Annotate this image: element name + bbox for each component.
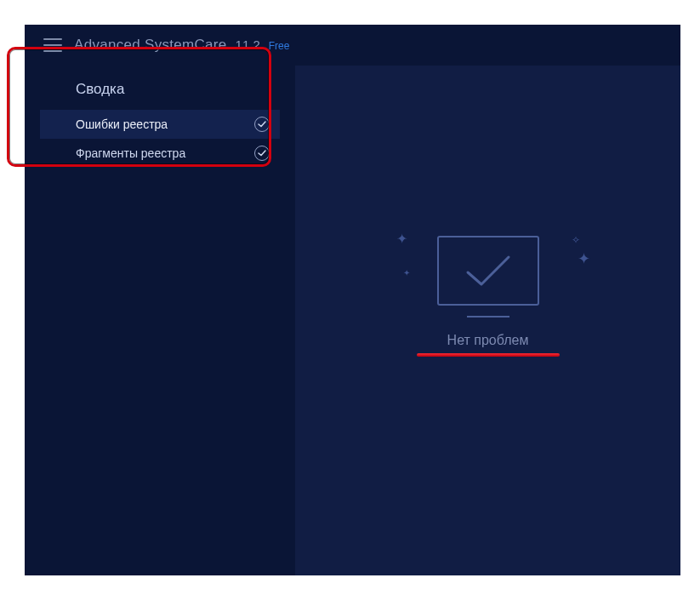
annotation-underline bbox=[417, 353, 560, 357]
no-problems-block: ✦ ✦ ✧ ✦ Нет проблем bbox=[378, 236, 599, 357]
app-name-label: Advanced SystemCare bbox=[74, 37, 227, 54]
app-title: Advanced SystemCare 11.2 Free bbox=[74, 37, 289, 54]
sidebar-item-label: Ошибки реестра bbox=[76, 117, 254, 131]
sparkle-icon: ✦ bbox=[578, 249, 590, 268]
sidebar-item-registry-errors[interactable]: Ошибки реестра bbox=[40, 110, 280, 139]
sparkle-icon: ✦ bbox=[396, 231, 407, 247]
sparkle-icon: ✧ bbox=[572, 234, 580, 246]
app-edition-label: Free bbox=[269, 40, 290, 52]
sidebar-item-label: Фрагменты реестра bbox=[76, 146, 254, 160]
sidebar-item-registry-fragments[interactable]: Фрагменты реестра bbox=[40, 139, 280, 168]
status-text: Нет проблем bbox=[378, 333, 599, 348]
check-icon bbox=[254, 117, 270, 132]
summary-panel: Сводка Ошибки реестра Фрагменты реестра bbox=[40, 72, 280, 180]
main-panel: ✦ ✦ ✧ ✦ Нет проблем bbox=[295, 66, 680, 575]
app-window: Advanced SystemCare 11.2 Free Сводка Оши… bbox=[25, 25, 680, 575]
content-area: Сводка Ошибки реестра Фрагменты реестра bbox=[25, 66, 680, 575]
check-icon bbox=[254, 146, 270, 161]
monitor-ok-icon bbox=[437, 236, 539, 306]
sidebar: Сводка Ошибки реестра Фрагменты реестра bbox=[25, 66, 295, 575]
sparkle-icon: ✦ bbox=[403, 268, 410, 277]
summary-title: Сводка bbox=[40, 79, 280, 110]
hamburger-icon[interactable] bbox=[43, 38, 62, 52]
app-version-label: 11.2 bbox=[236, 37, 260, 52]
monitor-stand bbox=[467, 312, 509, 318]
title-bar: Advanced SystemCare 11.2 Free bbox=[25, 25, 680, 66]
